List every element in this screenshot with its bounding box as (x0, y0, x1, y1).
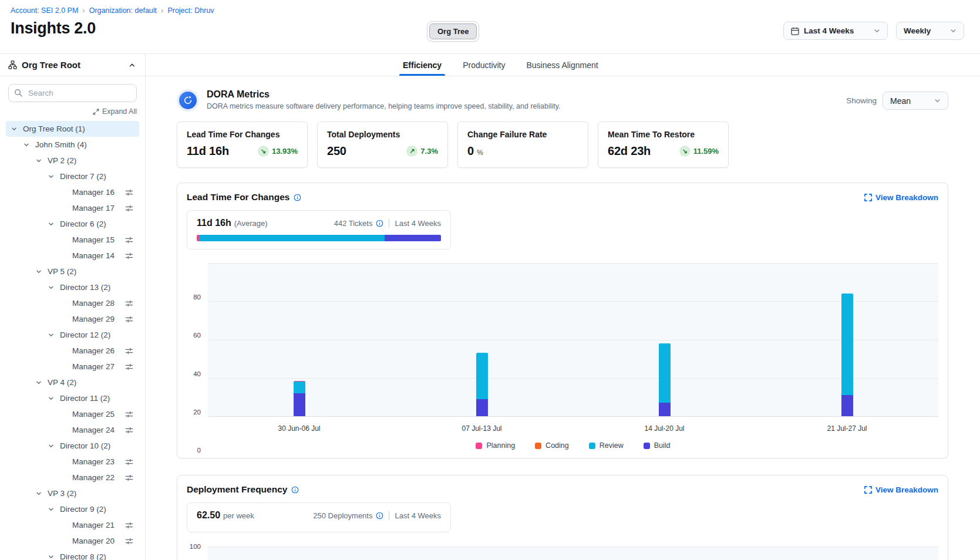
legend-swatch (644, 443, 650, 449)
tree-item[interactable]: Manager 22 (6, 470, 139, 485)
expand-all-button[interactable]: Expand All (8, 107, 137, 116)
metric-card-value-row: 0% (467, 144, 578, 158)
stacked-bar[interactable] (476, 353, 488, 416)
deployment-summary-qualifier: per week (223, 511, 254, 520)
tree-item[interactable]: Manager 17 (6, 200, 139, 216)
lead-time-title: Lead Time For Changes (187, 192, 301, 203)
tree-item[interactable]: Manager 25 (6, 406, 139, 422)
info-icon[interactable] (376, 512, 383, 519)
tree-item[interactable]: Manager 26 (6, 343, 139, 359)
tree-item[interactable]: VP 5 (2) (6, 264, 139, 279)
tree-item[interactable]: Director 7 (2) (6, 168, 139, 184)
org-tree-button[interactable]: Org Tree (429, 23, 477, 39)
showing-select[interactable]: Mean (883, 92, 948, 110)
info-icon[interactable] (291, 486, 299, 494)
chevron-down-icon[interactable] (35, 490, 48, 497)
chevron-down-icon[interactable] (48, 221, 60, 228)
trend-badge: ↗7.3% (406, 146, 438, 157)
stacked-bar[interactable] (294, 381, 305, 416)
chevron-down-icon[interactable] (35, 268, 48, 275)
tree-item[interactable]: Director 11 (2) (6, 390, 139, 406)
legend-item-build[interactable]: Build (644, 441, 671, 450)
sliders-icon[interactable] (125, 458, 133, 466)
granularity-select[interactable]: Weekly (896, 22, 964, 40)
tree-item[interactable]: Director 8 (2) (6, 549, 139, 560)
tree-item[interactable]: Org Tree Root (1) (6, 121, 139, 137)
sliders-icon[interactable] (125, 426, 133, 434)
tab-productivity[interactable]: Productivity (463, 54, 505, 76)
sliders-icon[interactable] (125, 299, 133, 308)
tree-item[interactable]: Director 9 (2) (6, 501, 139, 517)
tree-item[interactable]: Director 12 (2) (6, 327, 139, 343)
tab-efficiency[interactable]: Efficiency (403, 54, 442, 76)
view-breakdown-label: View Breakdown (875, 193, 938, 202)
sliders-icon[interactable] (125, 204, 133, 212)
info-icon[interactable] (294, 194, 301, 201)
tree-item[interactable]: Manager 14 (6, 248, 139, 264)
chevron-down-icon[interactable] (11, 126, 23, 133)
tree-item[interactable]: Manager 20 (6, 533, 139, 549)
chevron-down-icon[interactable] (48, 443, 60, 450)
deployment-view-breakdown-link[interactable]: View Breakdown (864, 485, 938, 494)
metric-card-change-failure-rate: Change Failure Rate0% (457, 122, 588, 168)
legend-item-planning[interactable]: Planning (476, 441, 515, 450)
metric-card-title: Change Failure Rate (467, 130, 578, 139)
sliders-icon[interactable] (125, 236, 133, 244)
sliders-icon[interactable] (125, 188, 133, 197)
tree-item[interactable]: VP 3 (2) (6, 485, 139, 501)
sliders-icon[interactable] (125, 315, 133, 323)
tree-item[interactable]: VP 2 (2) (6, 153, 139, 168)
sidebar-collapse-button[interactable] (127, 60, 137, 70)
breadcrumb-link[interactable]: Organization: default (89, 6, 157, 15)
breadcrumb-separator: › (82, 6, 85, 15)
search-input[interactable] (8, 84, 137, 102)
lead-time-summary-card: 11d 16h (Average) 442 Tickets Last 4 Wee… (187, 210, 451, 249)
sliders-icon[interactable] (125, 347, 133, 355)
metric-card-value-row: 11d 16h↘13.93% (187, 144, 298, 158)
sliders-icon[interactable] (125, 521, 133, 529)
tree-item[interactable]: Manager 21 (6, 517, 139, 533)
chevron-down-icon[interactable] (35, 379, 48, 386)
tree-item[interactable]: Director 6 (2) (6, 216, 139, 232)
tree-item[interactable]: Manager 15 (6, 232, 139, 248)
sliders-icon[interactable] (125, 537, 133, 545)
chevron-down-icon[interactable] (48, 506, 60, 513)
breadcrumb-link[interactable]: Account: SEI 2.0 PM (11, 6, 78, 15)
tree-item[interactable]: John Smith (4) (6, 137, 139, 153)
tree-item[interactable]: Manager 29 (6, 311, 139, 327)
tree-item-label: Org Tree Root (1) (23, 124, 85, 133)
tree-item[interactable]: VP 4 (2) (6, 375, 139, 390)
tab-business-alignment[interactable]: Business Alignment (527, 54, 598, 76)
tree-item[interactable]: Manager 28 (6, 295, 139, 311)
deployment-chart: 100 (187, 546, 938, 560)
tree-item[interactable]: Director 10 (2) (6, 438, 139, 454)
stacked-bar[interactable] (659, 343, 671, 416)
chevron-down-icon[interactable] (48, 284, 60, 291)
sliders-icon[interactable] (125, 363, 133, 371)
info-icon[interactable] (376, 220, 383, 227)
chart-legend: PlanningCodingReviewBuild (208, 441, 938, 450)
legend-label: Planning (486, 441, 515, 450)
tree-item[interactable]: Manager 24 (6, 422, 139, 438)
sliders-icon[interactable] (125, 410, 133, 419)
x-tick-label: 07 Jul-13 Jul (462, 424, 501, 433)
chevron-down-icon[interactable] (48, 554, 60, 560)
tree-item[interactable]: Manager 16 (6, 184, 139, 200)
sliders-icon[interactable] (125, 474, 133, 482)
breadcrumb-link[interactable]: Project: Dhruv (167, 6, 214, 15)
chevron-down-icon[interactable] (48, 332, 60, 339)
stacked-bar[interactable] (841, 294, 853, 416)
y-tick-label: 60 (193, 332, 201, 339)
sliders-icon[interactable] (125, 252, 133, 260)
chevron-down-icon[interactable] (48, 173, 60, 180)
legend-item-coding[interactable]: Coding (535, 441, 569, 450)
tree-item[interactable]: Manager 23 (6, 454, 139, 470)
legend-item-review[interactable]: Review (589, 441, 624, 450)
tree-item[interactable]: Director 13 (2) (6, 279, 139, 295)
tree-item[interactable]: Manager 27 (6, 359, 139, 375)
chevron-down-icon[interactable] (35, 157, 48, 164)
lead-time-view-breakdown-link[interactable]: View Breakdown (864, 193, 938, 202)
date-range-select[interactable]: Last 4 Weeks (783, 22, 888, 40)
chevron-down-icon[interactable] (23, 141, 35, 149)
chevron-down-icon[interactable] (48, 395, 60, 402)
